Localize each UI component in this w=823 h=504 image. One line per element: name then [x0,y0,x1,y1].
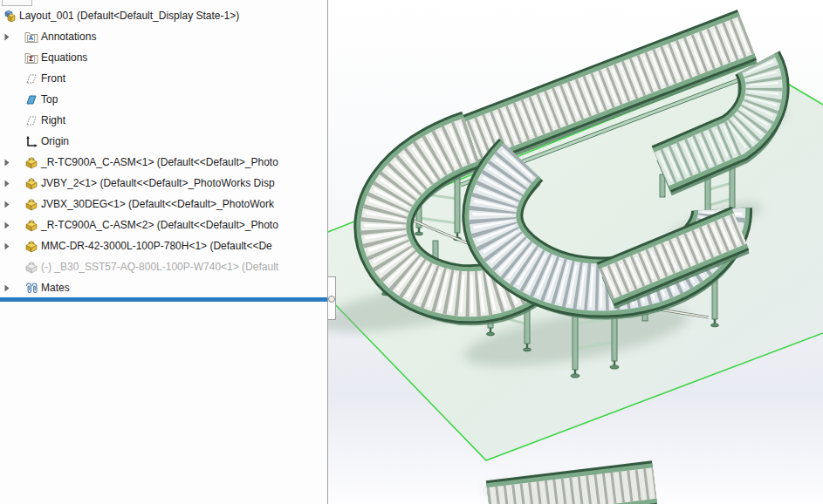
expand-arrow-icon[interactable] [4,284,10,292]
component-assembly-icon [24,239,39,253]
tree-item-component[interactable]: _R-TC900A_C-ASM<1> (Default<<Default>_Ph… [0,152,327,173]
assembly-icon [3,9,17,23]
assembly-title: Layout_001 (Default<Default_Display Stat… [19,10,239,22]
expand-arrow-icon[interactable] [4,242,10,250]
tree-root-row[interactable]: Layout_001 (Default<Default_Display Stat… [0,5,327,26]
tree-item-top-plane[interactable]: Top [0,89,327,110]
panel-splitter[interactable] [328,276,336,320]
tree-item-component[interactable]: JVBY_2<1> (Default<<Default>_PhotoWorks … [0,173,327,194]
mates-paperclips-icon [24,281,39,295]
svg-text:Σ: Σ [29,55,33,63]
plane-highlighted-icon [24,93,39,106]
tree-item-origin[interactable]: Origin [0,131,327,152]
expand-arrow-icon[interactable] [4,221,10,229]
tree-item-component[interactable]: _R-TC900A_C-ASM<2> (Default<<Default>_Ph… [0,215,327,235]
splitter-handle-icon[interactable] [328,296,335,303]
tree-item-component-suppressed[interactable]: (-) _B30_SST57-AQ-800L-100P-W740<1> (Def… [0,256,327,277]
rollback-bar[interactable] [0,297,327,302]
expand-arrow-icon[interactable] [4,201,10,208]
component-suppressed-icon [24,260,39,274]
tree-item-annotations[interactable]: A Annotations [0,26,327,47]
equations-folder-icon: Σ [24,51,39,64]
component-assembly-icon [24,176,39,190]
tree-item-mates[interactable]: Mates [0,277,327,298]
svg-text:A: A [29,34,34,42]
bottom-edge-conveyor-fragment [489,483,655,503]
tree-item-component[interactable]: MMC-DR-42-3000L-100P-780H<1> (Default<<D… [0,235,327,256]
expand-arrow-icon[interactable] [4,33,10,41]
component-assembly-icon [24,155,39,169]
tree-item-front-plane[interactable]: Front [0,68,327,89]
tree-item-equations[interactable]: Σ Equations [0,47,327,68]
plane-icon [24,114,39,127]
expand-arrow-icon[interactable] [4,159,10,167]
solidworks-window: Layout_001 (Default<Default_Display Stat… [0,0,823,504]
origin-icon [24,135,39,148]
expand-arrow-icon[interactable] [4,180,10,187]
feature-manager-panel: Layout_001 (Default<Default_Display Stat… [0,0,328,504]
component-assembly-icon [24,197,39,211]
annotations-folder-icon: A [24,31,39,43]
tree-item-component[interactable]: JVBX_30DEG<1> (Default<<Default>_PhotoWo… [0,194,327,215]
component-assembly-icon [24,218,39,232]
tree-item-right-plane[interactable]: Right [0,110,327,131]
plane-icon [24,72,39,85]
